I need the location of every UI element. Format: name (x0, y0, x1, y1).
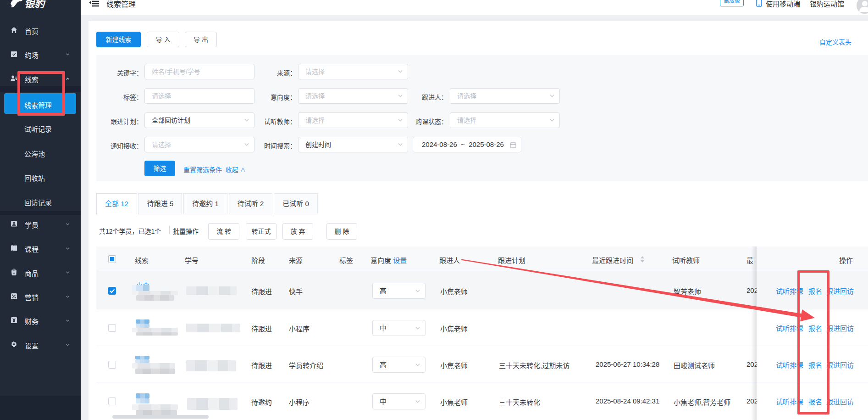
svg-text:银豹: 银豹 (24, 0, 46, 9)
